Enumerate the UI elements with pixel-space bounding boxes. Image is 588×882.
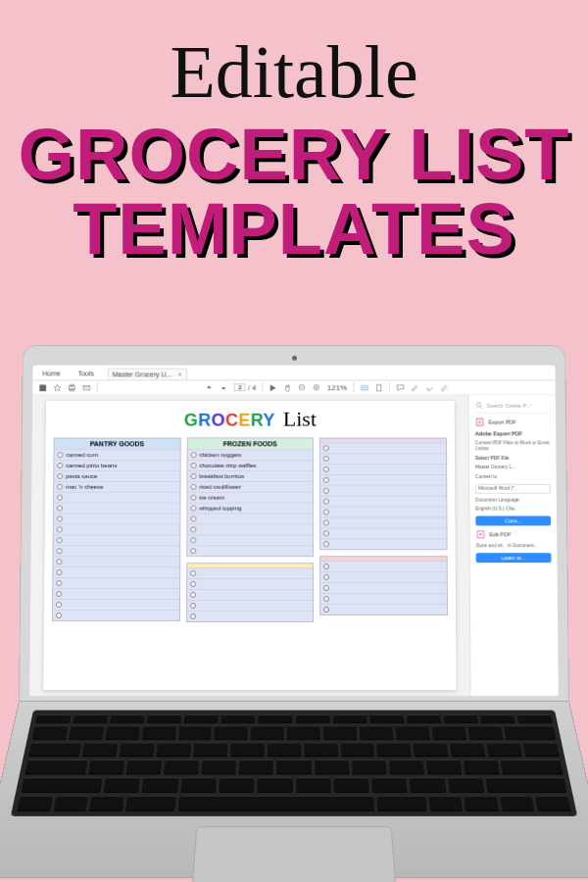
checkbox-circle[interactable] — [190, 537, 196, 543]
checkbox-circle[interactable] — [190, 592, 196, 598]
list-row[interactable]: riced cauliflower — [187, 481, 313, 492]
trackpad[interactable] — [192, 826, 396, 882]
lang-value[interactable]: English (U.S.) Cha... — [475, 507, 551, 513]
checkbox-circle[interactable] — [190, 548, 196, 554]
checkbox-circle[interactable] — [323, 499, 329, 505]
list-row[interactable]: canned pinto beans — [54, 460, 179, 470]
page-down-icon[interactable] — [220, 383, 228, 392]
list-row[interactable] — [54, 545, 179, 556]
list-row[interactable] — [320, 593, 447, 604]
list-row[interactable] — [320, 464, 446, 474]
selected-file[interactable]: Master Grocery L... — [475, 465, 551, 470]
list-row[interactable]: whipped topping — [187, 503, 313, 514]
mail-icon[interactable] — [82, 383, 91, 392]
list-row[interactable] — [53, 588, 179, 599]
checkbox-circle[interactable] — [323, 519, 329, 525]
checkbox-circle[interactable] — [190, 495, 196, 501]
list-row[interactable]: mac 'n cheese — [54, 481, 179, 492]
list-row[interactable] — [187, 523, 313, 534]
fit-page-icon[interactable] — [374, 383, 383, 392]
checkbox-circle[interactable] — [323, 466, 329, 472]
convert-button[interactable]: Conv... — [475, 515, 551, 525]
list-row[interactable] — [53, 556, 178, 566]
checkbox-circle[interactable] — [57, 452, 63, 458]
list-row[interactable] — [320, 582, 447, 593]
list-row[interactable] — [53, 599, 179, 610]
list-row[interactable] — [187, 545, 313, 556]
list-row[interactable] — [320, 496, 446, 507]
checkbox-circle[interactable] — [190, 515, 196, 521]
list-row[interactable] — [54, 523, 179, 534]
highlight-icon[interactable] — [411, 383, 419, 392]
list-row[interactable] — [187, 578, 314, 589]
list-row[interactable]: canned corn — [54, 449, 179, 460]
checkbox-circle[interactable] — [190, 581, 196, 587]
list-row[interactable] — [187, 600, 314, 611]
keyboard[interactable] — [11, 710, 577, 816]
checkbox-circle[interactable] — [323, 456, 329, 462]
checkbox-circle[interactable] — [323, 596, 329, 602]
list-row[interactable] — [54, 514, 179, 524]
list-row[interactable]: pasta sauce — [54, 470, 179, 481]
checkbox-circle[interactable] — [56, 569, 62, 575]
checkbox-circle[interactable] — [190, 463, 196, 468]
list-row[interactable] — [320, 538, 446, 549]
checkbox-circle[interactable] — [56, 602, 62, 608]
list-row[interactable] — [320, 604, 447, 614]
checkbox-circle[interactable] — [56, 580, 62, 586]
zoom-level[interactable]: 121% — [327, 383, 347, 392]
learn-button[interactable]: Learn m... — [476, 553, 552, 563]
zoom-in-icon[interactable] — [313, 383, 321, 392]
checkbox-circle[interactable] — [323, 585, 329, 591]
list-row[interactable] — [320, 485, 446, 496]
document-area[interactable]: GROCERY List PANTRY GOODScanned corncann… — [29, 395, 469, 696]
checkbox-circle[interactable] — [190, 526, 196, 532]
close-icon[interactable]: × — [178, 371, 182, 378]
list-row[interactable]: breakfast burritos — [187, 470, 313, 481]
comment-icon[interactable] — [396, 383, 405, 392]
search-placeholder[interactable]: Search 'Delete P...' — [486, 403, 531, 409]
checkbox-circle[interactable] — [57, 515, 63, 521]
checkbox-circle[interactable] — [57, 526, 63, 532]
page-up-icon[interactable] — [205, 383, 214, 392]
checkbox-circle[interactable] — [57, 473, 63, 479]
tab-document[interactable]: Master Grocery Li... × — [108, 368, 187, 380]
tab-tools[interactable]: Tools — [74, 368, 98, 380]
list-row[interactable] — [187, 611, 314, 621]
checkbox-circle[interactable] — [323, 607, 329, 612]
checkbox-circle[interactable] — [190, 570, 196, 576]
zoom-out-icon[interactable] — [298, 383, 307, 392]
list-row[interactable] — [187, 567, 314, 578]
checkbox-circle[interactable] — [323, 445, 329, 451]
checkbox-circle[interactable] — [323, 530, 329, 536]
checkbox-circle[interactable] — [323, 574, 329, 580]
list-row[interactable] — [54, 492, 179, 503]
edit-pdf-tool[interactable]: Edit PDF — [475, 529, 551, 539]
list-row[interactable] — [187, 534, 313, 545]
list-row[interactable] — [53, 566, 179, 577]
checkbox-circle[interactable] — [323, 477, 329, 483]
arrow-icon[interactable] — [269, 383, 277, 392]
list-row[interactable] — [53, 610, 179, 620]
list-row[interactable] — [320, 453, 446, 464]
page-input[interactable] — [234, 383, 246, 391]
list-row[interactable] — [53, 577, 179, 588]
list-row[interactable] — [54, 534, 179, 545]
checkbox-circle[interactable] — [323, 488, 329, 494]
save-icon[interactable] — [38, 383, 47, 392]
checkbox-circle[interactable] — [57, 484, 63, 490]
checkbox-circle[interactable] — [56, 591, 62, 597]
list-row[interactable] — [320, 516, 446, 527]
list-row[interactable] — [320, 507, 446, 517]
checkbox-circle[interactable] — [57, 495, 63, 501]
fit-width-icon[interactable] — [360, 383, 368, 392]
list-row[interactable] — [320, 561, 446, 571]
sign-icon[interactable] — [424, 383, 433, 392]
list-row[interactable] — [320, 571, 447, 582]
list-row[interactable] — [320, 527, 446, 538]
tab-home[interactable]: Home — [38, 368, 65, 380]
checkbox-circle[interactable] — [323, 541, 329, 547]
erase-icon[interactable] — [439, 383, 448, 392]
hand-icon[interactable] — [283, 383, 292, 392]
checkbox-circle[interactable] — [57, 463, 63, 468]
